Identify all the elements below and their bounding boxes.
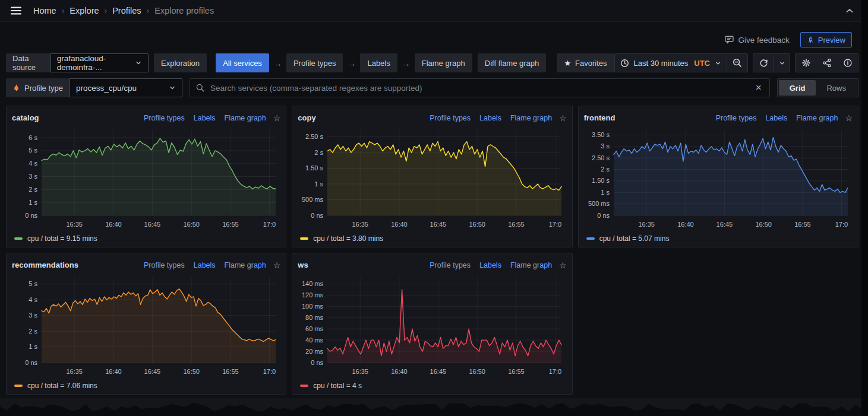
step-flame-graph[interactable]: Flame graph <box>415 53 472 72</box>
svg-text:1.50 s: 1.50 s <box>592 177 610 184</box>
panel-link-flame-graph[interactable]: Flame graph <box>796 114 838 122</box>
panel-link-profile-types[interactable]: Profile types <box>430 114 471 122</box>
svg-text:1 s: 1 s <box>29 343 37 350</box>
menu-toggle-button[interactable] <box>8 3 24 18</box>
svg-text:500 ms: 500 ms <box>588 200 610 207</box>
time-series-chart[interactable]: 0 ns500 ms1 s1.50 s2 s2.50 s3 s3.50 s16:… <box>584 125 853 232</box>
collapse-topbar-button[interactable] <box>845 8 854 14</box>
settings-button[interactable] <box>796 54 816 72</box>
time-series-chart[interactable]: 0 ns1 s2 s3 s4 s5 s6 s16:3516:4016:4516:… <box>12 125 280 232</box>
rocket-icon <box>807 36 815 44</box>
service-panels-grid: catalog Profile types Labels Flame graph… <box>6 106 858 395</box>
time-series-chart[interactable]: 0 ns500 ms1 s1.50 s2 s2.50 s16:3516:4016… <box>298 125 566 232</box>
data-source-value: grafanacloud-demoinfra-... <box>57 54 135 72</box>
clear-search-button[interactable]: × <box>754 82 763 94</box>
panel-link-labels[interactable]: Labels <box>765 114 787 122</box>
chevron-down-icon <box>779 60 785 66</box>
svg-text:4 s: 4 s <box>29 296 37 303</box>
panel-link-flame-graph[interactable]: Flame graph <box>225 261 266 269</box>
svg-text:5 s: 5 s <box>29 147 37 154</box>
favorites-button[interactable]: ★ Favorites <box>557 53 614 72</box>
svg-text:0 ns: 0 ns <box>311 359 324 366</box>
flame-icon <box>12 84 20 93</box>
scrollbar-track[interactable] <box>861 0 868 416</box>
svg-text:5 s: 5 s <box>29 280 37 287</box>
profile-type-label: Profile type <box>6 78 70 97</box>
svg-text:16:35: 16:35 <box>638 221 655 228</box>
info-button[interactable] <box>837 54 858 72</box>
svg-text:2 s: 2 s <box>29 328 37 335</box>
panel-title: recommendations <box>12 261 78 269</box>
svg-text:17:0: 17:0 <box>549 368 561 375</box>
panel-link-labels[interactable]: Labels <box>194 114 216 122</box>
legend-item[interactable]: cpu / total = 9.15 mins <box>12 232 280 245</box>
exploration-toolbar: Data source grafanacloud-demoinfra-... E… <box>6 53 858 72</box>
legend-item[interactable]: cpu / total = 5.07 mins <box>584 232 853 245</box>
breadcrumb-item-explore[interactable]: Explore <box>70 6 99 15</box>
step-profile-types[interactable]: Profile types <box>286 53 343 72</box>
panel-link-profile-types[interactable]: Profile types <box>144 114 185 122</box>
time-range-picker[interactable]: Last 30 minutes UTC <box>614 53 728 72</box>
profile-type-value: process_cpu/cpu <box>76 84 137 93</box>
give-feedback-label: Give feedback <box>738 36 789 45</box>
refresh-interval-dropdown[interactable] <box>774 53 790 72</box>
svg-text:16:50: 16:50 <box>469 221 486 228</box>
step-arrow-icon: → <box>347 58 356 68</box>
step-labels[interactable]: Labels <box>360 53 397 72</box>
search-icon <box>196 84 204 92</box>
breadcrumb-separator-icon: › <box>105 6 108 15</box>
favorite-star-icon[interactable]: ☆ <box>845 114 853 122</box>
diff-flame-graph-button[interactable]: Diff flame graph <box>478 53 547 72</box>
panel-link-profile-types[interactable]: Profile types <box>430 261 471 269</box>
breadcrumb-item-home[interactable]: Home <box>33 6 56 15</box>
panel-link-labels[interactable]: Labels <box>194 261 216 269</box>
panel-link-labels[interactable]: Labels <box>479 114 501 122</box>
favorite-star-icon[interactable]: ☆ <box>273 114 281 122</box>
panel-link-flame-graph[interactable]: Flame graph <box>225 114 266 122</box>
service-search-input[interactable] <box>209 83 749 93</box>
panel-link-flame-graph[interactable]: Flame graph <box>510 261 552 269</box>
give-feedback-button[interactable]: Give feedback <box>725 36 789 45</box>
svg-text:1 s: 1 s <box>315 180 324 188</box>
svg-text:16:35: 16:35 <box>352 221 369 228</box>
layout-toggle-grid[interactable]: Grid <box>779 80 816 96</box>
refresh-icon <box>759 59 768 68</box>
refresh-button[interactable] <box>753 53 774 72</box>
time-series-chart[interactable]: 0 ns1 s2 s3 s4 s5 s16:3516:4016:4516:501… <box>12 272 280 379</box>
favorite-star-icon[interactable]: ☆ <box>273 261 281 269</box>
page-actions-row: Give feedback Preview <box>6 32 852 47</box>
profile-type-dropdown[interactable]: process_cpu/cpu <box>70 78 182 97</box>
svg-text:2.50 s: 2.50 s <box>305 133 323 140</box>
svg-text:16:40: 16:40 <box>392 368 408 375</box>
panel-link-flame-graph[interactable]: Flame graph <box>510 114 552 122</box>
panel-link-labels[interactable]: Labels <box>479 261 501 269</box>
step-all-services[interactable]: All services <box>216 53 269 72</box>
breadcrumb-item-profiles[interactable]: Profiles <box>112 6 141 15</box>
svg-text:16:50: 16:50 <box>755 221 772 228</box>
panel-link-profile-types[interactable]: Profile types <box>144 261 185 269</box>
time-series-chart[interactable]: 0 ns20 ms40 ms60 ms80 ms100 ms120 ms140 … <box>298 272 566 379</box>
svg-text:16:45: 16:45 <box>716 221 733 228</box>
zoom-out-time-button[interactable] <box>727 53 748 72</box>
share-button[interactable] <box>816 54 837 72</box>
legend-item[interactable]: cpu / total = 3.80 mins <box>298 232 566 245</box>
layout-toggle-rows[interactable]: Rows <box>816 80 857 96</box>
chevron-up-icon <box>845 8 854 14</box>
exploration-button[interactable]: Exploration <box>154 53 207 72</box>
svg-text:16:50: 16:50 <box>469 368 486 375</box>
star-filled-icon: ★ <box>564 59 571 68</box>
comment-icon <box>725 36 734 44</box>
legend-item[interactable]: cpu / total = 7.06 mins <box>12 379 280 392</box>
panel-header: recommendations Profile types Labels Fla… <box>12 258 280 272</box>
legend-item[interactable]: cpu / total = 4 s <box>298 379 566 392</box>
svg-text:16:40: 16:40 <box>677 221 694 228</box>
panel-link-profile-types[interactable]: Profile types <box>716 114 757 122</box>
preview-button[interactable]: Preview <box>800 32 852 47</box>
favorite-star-icon[interactable]: ☆ <box>559 261 567 269</box>
data-source-dropdown[interactable]: grafanacloud-demoinfra-... <box>50 53 149 72</box>
svg-text:3.50 s: 3.50 s <box>592 131 610 138</box>
legend-label: cpu / total = 4 s <box>313 382 362 390</box>
svg-text:16:55: 16:55 <box>222 368 239 375</box>
panel-header: catalog Profile types Labels Flame graph… <box>12 110 280 125</box>
favorite-star-icon[interactable]: ☆ <box>559 114 567 122</box>
